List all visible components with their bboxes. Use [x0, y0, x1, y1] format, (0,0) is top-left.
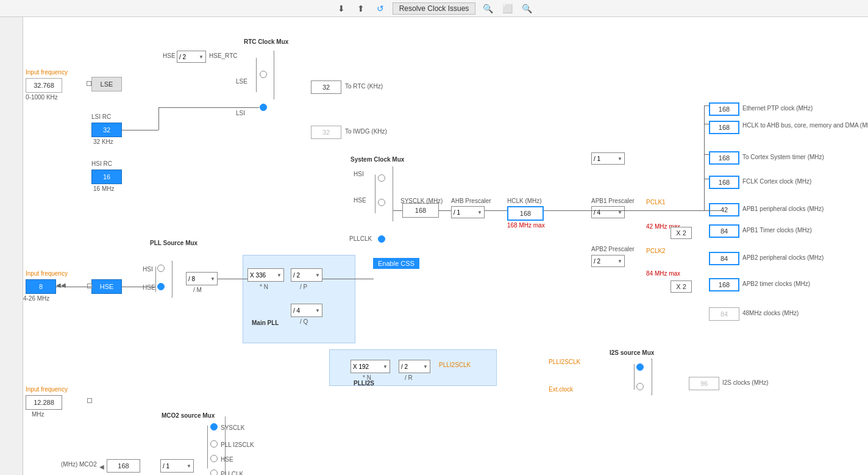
apb2-prescaler-label: APB2 Prescaler: [591, 246, 635, 252]
rtc-mux-label: RTC Clock Mux: [244, 38, 288, 45]
hclk-value-box: 168: [507, 206, 544, 221]
resolve-clock-issues-button[interactable]: Resolve Clock Issues: [393, 2, 476, 15]
lse-range-label: 0-1000 KHz: [26, 94, 58, 101]
pll-n-select[interactable]: X 336 ▼: [247, 268, 284, 282]
pclk1-label: PCLK1: [646, 199, 666, 205]
sysclk-mux-radio-hsi[interactable]: [378, 174, 385, 182]
apb1-prescaler-select[interactable]: / 4 ▼: [591, 206, 625, 218]
enable-css-button[interactable]: Enable CSS: [373, 258, 419, 269]
pll-q-select[interactable]: / 4 ▼: [291, 304, 322, 317]
apb2-timer-box: 168: [709, 278, 739, 291]
mco2-radio-sysclk[interactable]: [210, 423, 218, 430]
ahb-prescaler-select[interactable]: / 1 ▼: [451, 206, 485, 218]
lsi-mux-label: LSI: [236, 110, 245, 116]
lsi-to-mux-line: [122, 130, 158, 130]
apb1-timer-label: APB1 Timer clocks (MHz): [742, 227, 812, 234]
to-rtc-label: To RTC (KHz): [345, 83, 383, 90]
mco2-radio-plli2s[interactable]: [210, 440, 218, 448]
eth-ptp-box: 168: [709, 102, 739, 116]
lse-mux-label: LSE: [236, 78, 247, 85]
pll-hsi-label: HSI: [143, 266, 153, 273]
pll-p-select[interactable]: / 2 ▼: [291, 268, 322, 282]
mco2-radio-hse[interactable]: [210, 455, 218, 462]
mco2-arrow: ◀: [99, 463, 104, 470]
apb2-peri-label: APB2 peripheral clocks (MHz): [742, 254, 824, 261]
i2s-output-box: 96: [689, 377, 719, 390]
hse-rtc-input-label: HSE: [163, 52, 176, 59]
plli2s-r-select[interactable]: / 2 ▼: [399, 360, 430, 373]
ahb-to-hclk-line: [485, 210, 507, 211]
input3-connector: [87, 398, 92, 403]
apb2-peri-box: 84: [709, 252, 739, 265]
eth-h-line: [704, 105, 709, 106]
sysclk-mux-out-line: [393, 210, 402, 211]
toolbar-icon-refresh[interactable]: ↺: [373, 1, 388, 16]
plli2sclk-out-label: PLLI2SCLK: [439, 362, 471, 368]
i2s-mux-shape[interactable]: [634, 359, 652, 395]
cortex-h-line: [704, 154, 709, 155]
pll-src-radio-hse[interactable]: [157, 283, 165, 290]
eth-ptp-label: Ethernet PTP clock (MHz): [742, 105, 813, 112]
hsi-rc-block[interactable]: 16: [91, 170, 122, 184]
toolbar-icon-zoom-fit[interactable]: 🔍: [480, 1, 495, 16]
pll-n-label: * N: [260, 284, 268, 290]
mco2-div-select[interactable]: / 1 ▼: [160, 459, 194, 473]
hclk-max-label: 168 MHz max: [507, 222, 545, 229]
lse-input-value[interactable]: 32.768: [26, 78, 62, 93]
lse-block[interactable]: LSE: [91, 77, 122, 91]
sysclk-value-box: 168: [402, 203, 439, 218]
hse-div2-select[interactable]: / 2 ▼: [177, 51, 206, 63]
cortex-div-select[interactable]: / 1 ▼: [591, 152, 625, 165]
rtc-mux-radio-lse[interactable]: [260, 71, 267, 78]
plli2s-n-select[interactable]: X 192 ▼: [350, 360, 390, 373]
plli2s-n-label: * N: [363, 374, 371, 381]
toolbar-icon-2[interactable]: ⬆: [354, 1, 368, 16]
lsi-freq-label: 32 KHz: [93, 138, 113, 145]
clock-config-canvas: Input frequency 32.768 0-1000 KHz LSE LS…: [0, 17, 868, 475]
input-freq3-unit: MHz: [32, 411, 44, 418]
pclk2-max-label: 84 MHz max: [646, 270, 680, 277]
cortex-timer-box: 168: [709, 151, 739, 165]
hse-input-value[interactable]: 8: [26, 279, 56, 294]
toolbar-icon-zoom-in[interactable]: 🔍: [519, 1, 534, 16]
left-sidebar: [0, 17, 23, 475]
sysclk-mux-radio-pll[interactable]: [378, 235, 385, 243]
iwdg-output-box: 32: [311, 126, 341, 139]
hse-mux-entry-label: HSE: [354, 197, 366, 204]
mco2-radio-pllclk[interactable]: [210, 470, 218, 475]
i2s-mux-radio-ext[interactable]: [636, 383, 644, 390]
lsi-rc-block[interactable]: 32: [91, 123, 122, 137]
sysclk-mux-radio-hse[interactable]: [378, 199, 385, 206]
apb2-x2-box: X 2: [671, 280, 692, 293]
pll-hse-label: HSE: [143, 284, 155, 291]
fclk-h-line: [704, 179, 709, 179]
apb2-prescaler-select[interactable]: / 2 ▼: [591, 255, 625, 267]
pll-m-to-n-line: [218, 279, 247, 279]
apb1-peri-label: APB1 peripheral clocks (MHz): [742, 205, 824, 212]
rtc-mux-radio-lsi[interactable]: [260, 104, 267, 111]
hclk-ahb-label: HCLK to AHB bus, core, memory and DMA (M…: [742, 122, 868, 129]
sysclk-mux-shape[interactable]: [375, 166, 393, 221]
i2s-mux-radio-plli2s[interactable]: [636, 363, 644, 371]
input-freq3-value[interactable]: 12.288: [26, 395, 62, 410]
apb1-x2-box: X 2: [671, 227, 692, 239]
48mhz-label: 48MHz clocks (MHz): [742, 310, 799, 316]
mco2-mux-label: MCO2 source Mux: [162, 412, 215, 419]
apb1-prescaler-label: APB1 Prescaler: [591, 198, 635, 204]
hse-block[interactable]: HSE: [91, 279, 122, 294]
pll-src-radio-hsi[interactable]: [157, 265, 165, 272]
toolbar-icon-1[interactable]: ⬇: [334, 1, 349, 16]
hsi-freq-label: 16 MHz: [93, 185, 114, 192]
hclk-label: HCLK (MHz): [507, 198, 542, 204]
hse-input-freq-label: Input frequency: [26, 270, 68, 277]
plli2s-r-label: / R: [405, 374, 413, 381]
i2s-label: I2S clocks (MHz): [722, 379, 769, 386]
sysclk-to-ahb-line: [439, 210, 451, 211]
pll-src-mux-label: PLL Source Mux: [150, 240, 197, 246]
lse-input-freq-label: Input frequency: [26, 69, 68, 76]
toolbar-icon-frame[interactable]: ⬜: [500, 1, 514, 16]
pclk2-label: PCLK2: [646, 248, 666, 254]
pll-p-to-mux-line: [322, 279, 374, 279]
pll-m-select[interactable]: / 8 ▼: [186, 272, 218, 285]
ext-clock-label: Ext.clock: [549, 386, 573, 393]
